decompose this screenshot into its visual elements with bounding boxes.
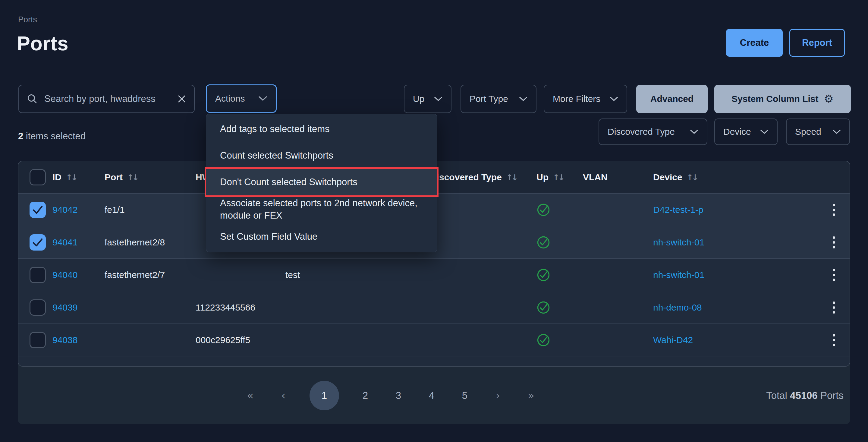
row-menu-button[interactable]: [825, 259, 843, 291]
actions-label: Actions: [215, 93, 245, 104]
column-header-vlan[interactable]: VLAN: [583, 161, 608, 193]
filter-port-type-label: Port Type: [470, 94, 508, 104]
search-box[interactable]: [19, 85, 195, 113]
kebab-icon: [833, 334, 835, 346]
total-count: Total 45106 Ports: [766, 390, 844, 401]
row-checkbox[interactable]: [30, 202, 46, 218]
search-icon: [27, 93, 38, 104]
device-link[interactable]: nh-demo-08: [653, 302, 702, 313]
port-id-link[interactable]: 94039: [53, 302, 78, 313]
actions-menu-item[interactable]: Associate selected ports to 2nd network …: [206, 195, 437, 224]
sort-icon[interactable]: ↑↓: [66, 173, 78, 182]
sort-icon[interactable]: ↑↓: [687, 173, 699, 182]
actions-dropdown-button[interactable]: Actions: [206, 84, 277, 113]
row-menu-button[interactable]: [825, 291, 843, 324]
filter-discovered-type[interactable]: Discovered Type: [598, 118, 707, 145]
filter-speed-label: Speed: [795, 127, 821, 137]
pagination-last-button[interactable]: »: [524, 389, 538, 402]
gear-icon: ⚙: [824, 93, 834, 104]
up-cell: [536, 324, 550, 356]
page-title: Ports: [17, 32, 68, 55]
selection-label: items selected: [23, 131, 86, 141]
filter-more-filters[interactable]: More Filters: [544, 85, 627, 113]
pagination-first-button[interactable]: «: [243, 389, 257, 402]
chevron-down-icon: [258, 96, 267, 101]
row-checkbox[interactable]: [30, 299, 46, 316]
filter-device[interactable]: Device: [714, 118, 778, 145]
actions-menu-item[interactable]: Add tags to selected items: [206, 116, 437, 142]
port-id-link[interactable]: 94041: [53, 237, 78, 247]
column-header-id[interactable]: ID ↑↓: [53, 161, 78, 193]
pagination-prev-button[interactable]: ‹: [276, 389, 290, 402]
pagination-page-button[interactable]: 3: [392, 390, 405, 401]
port-cell: fe1/1: [104, 194, 125, 226]
up-status-icon: [536, 301, 550, 315]
port-id-link[interactable]: 94040: [53, 270, 78, 280]
sort-icon[interactable]: ↑↓: [127, 173, 139, 182]
search-input[interactable]: [44, 93, 171, 105]
up-status-icon: [536, 268, 550, 282]
up-status-icon: [536, 235, 550, 249]
actions-menu-item[interactable]: Don't Count selected Switchports: [206, 169, 437, 195]
up-cell: [536, 259, 550, 291]
device-link[interactable]: D42-test-1-p: [653, 205, 704, 215]
selection-count: 2: [18, 131, 23, 141]
pagination-next-button[interactable]: ›: [491, 389, 505, 402]
chevron-down-icon: [519, 96, 527, 101]
hw-address-cell: 112233445566: [195, 291, 255, 324]
row-checkbox[interactable]: [30, 234, 46, 251]
device-link[interactable]: nh-switch-01: [653, 270, 704, 280]
sort-icon[interactable]: ↑↓: [506, 173, 518, 182]
row-menu-button[interactable]: [825, 324, 843, 356]
filter-up-label: Up: [413, 94, 424, 104]
device-link[interactable]: nh-switch-01: [653, 237, 704, 247]
create-button[interactable]: Create: [726, 29, 783, 57]
filter-discovered-type-label: Discovered Type: [608, 127, 675, 137]
actions-menu-item[interactable]: Count selected Switchports: [206, 142, 437, 169]
table-row-partial: [19, 356, 849, 366]
kebab-icon: [833, 269, 835, 281]
pagination-page-button[interactable]: 1: [310, 381, 339, 410]
up-status-icon: [536, 203, 550, 217]
filter-port-type[interactable]: Port Type: [461, 85, 536, 113]
hw-address-cell: 000c29625ff5: [195, 324, 250, 356]
row-menu-button[interactable]: [825, 226, 843, 258]
sort-icon[interactable]: ↑↓: [553, 173, 565, 182]
port-id-link[interactable]: 94038: [53, 335, 78, 345]
column-header-port[interactable]: Port ↑↓: [104, 161, 139, 193]
pagination-page-button[interactable]: 2: [358, 390, 372, 401]
port-id-link[interactable]: 94042: [53, 205, 78, 215]
kebab-icon: [833, 204, 835, 216]
table-footer: «‹12345›» Total 45106 Ports: [18, 366, 850, 424]
pagination-page-button[interactable]: 4: [425, 390, 438, 401]
column-header-discovered-type[interactable]: Discovered Type ↑↓: [430, 161, 518, 193]
ports-page: Ports Ports Create Report Actions Up: [0, 0, 868, 442]
row-checkbox[interactable]: [30, 267, 46, 283]
system-column-list-button[interactable]: System Column List ⚙: [714, 85, 851, 113]
advanced-button[interactable]: Advanced: [636, 85, 708, 113]
actions-menu-item[interactable]: Set Custom Field Value: [206, 224, 437, 250]
chevron-down-icon: [832, 129, 841, 135]
chevron-down-icon: [434, 96, 442, 101]
select-all-checkbox[interactable]: [30, 169, 46, 185]
up-status-icon: [536, 333, 550, 347]
report-button[interactable]: Report: [789, 29, 845, 57]
selection-summary: 2 items selected: [18, 131, 86, 142]
filter-speed[interactable]: Speed: [786, 118, 850, 145]
kebab-icon: [833, 236, 835, 248]
filter-device-label: Device: [723, 127, 751, 137]
pagination-page-button[interactable]: 5: [458, 390, 472, 401]
extra-cell: test: [285, 259, 300, 291]
table-row: 94038000c29625ff5Wahi-D42: [19, 324, 849, 356]
column-header-device[interactable]: Device ↑↓: [653, 161, 699, 193]
up-cell: [536, 194, 550, 226]
clear-search-icon[interactable]: [177, 94, 186, 104]
filter-up[interactable]: Up: [404, 85, 452, 113]
row-menu-button[interactable]: [825, 194, 843, 226]
up-cell: [536, 291, 550, 324]
up-cell: [536, 226, 550, 258]
row-checkbox[interactable]: [30, 332, 46, 348]
column-header-up[interactable]: Up ↑↓: [536, 161, 565, 193]
device-link[interactable]: Wahi-D42: [653, 335, 693, 345]
port-cell: fastethernet2/7: [104, 259, 165, 291]
